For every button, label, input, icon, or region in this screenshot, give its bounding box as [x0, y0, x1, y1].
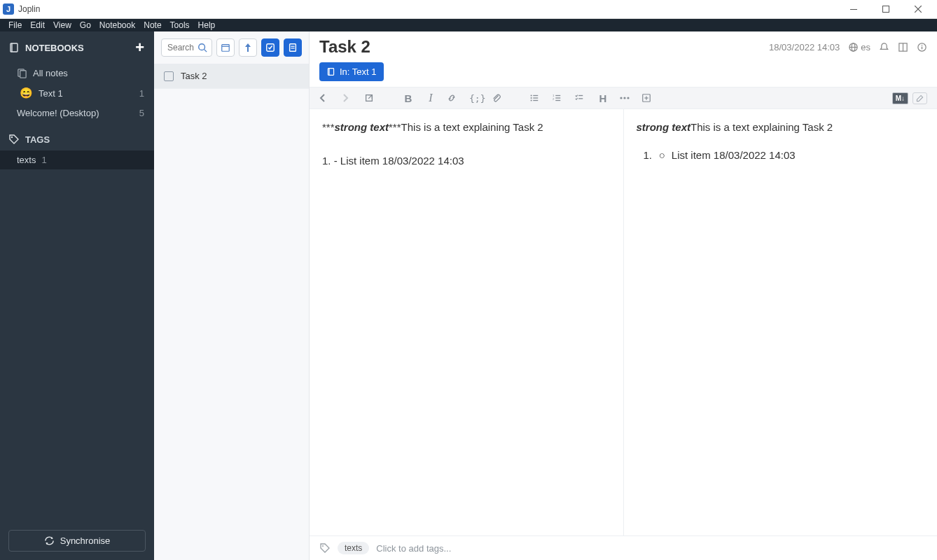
- raw-body: This is a text explaining Task 2: [401, 121, 543, 133]
- richtext-toggle-button[interactable]: [912, 92, 927, 104]
- window-title: Joplin: [18, 4, 40, 14]
- tag-bar: texts Click to add tags...: [310, 536, 937, 560]
- synchronise-button[interactable]: Synchronise: [8, 530, 146, 552]
- notebooks-header: NOTEBOOKS +: [0, 31, 154, 64]
- tags-header: TAGS: [0, 128, 154, 150]
- all-notes-icon: [17, 68, 27, 78]
- svg-point-28: [531, 99, 532, 101]
- menu-notebook[interactable]: Notebook: [95, 20, 139, 31]
- checkbox-icon: [265, 43, 275, 52]
- spellcheck-lang: es: [861, 42, 870, 52]
- link-button[interactable]: [447, 93, 459, 103]
- notebook-item-text1[interactable]: 😄 Text 1 1: [0, 83, 154, 104]
- menu-file[interactable]: File: [4, 20, 26, 31]
- tag-count: 1: [41, 155, 46, 165]
- all-notes-label: All notes: [33, 68, 68, 78]
- pencil-icon: [915, 94, 924, 103]
- menu-view[interactable]: View: [49, 20, 76, 31]
- menu-tools[interactable]: Tools: [166, 20, 194, 31]
- dots-icon: [619, 96, 630, 100]
- note-timestamp: 18/03/2022 14:03: [769, 42, 840, 52]
- notebook-name: Welcome! (Desktop): [17, 108, 99, 118]
- maximize-button[interactable]: [870, 0, 902, 19]
- arrow-up-icon: [244, 43, 251, 52]
- svg-point-27: [531, 97, 532, 99]
- tag-pill[interactable]: texts: [338, 542, 369, 554]
- note-title-input[interactable]: [319, 37, 763, 57]
- external-editor-button[interactable]: [364, 93, 377, 103]
- search-icon: [197, 43, 207, 52]
- bullet-list-button[interactable]: [529, 93, 542, 103]
- insert-time-button[interactable]: [641, 93, 654, 103]
- minimize-icon: [850, 9, 857, 10]
- todo-checkbox[interactable]: [164, 71, 174, 81]
- note-icon: [288, 43, 298, 52]
- raw-suffix: ***: [389, 121, 401, 133]
- search-wrap[interactable]: [161, 38, 212, 57]
- notebooks-label: NOTEBOOKS: [25, 43, 84, 53]
- link-icon: [447, 93, 457, 103]
- menu-go[interactable]: Go: [76, 20, 95, 31]
- svg-point-26: [531, 94, 532, 96]
- bold-button[interactable]: B: [402, 92, 415, 104]
- spellcheck-button[interactable]: es: [848, 42, 870, 52]
- svg-text:2: 2: [553, 97, 555, 101]
- menu-note[interactable]: Note: [139, 20, 165, 31]
- markdown-toggle-button[interactable]: M↓: [892, 92, 908, 104]
- minimize-button[interactable]: [838, 0, 870, 19]
- menu-edit[interactable]: Edit: [26, 20, 49, 31]
- preview-nested-bullet: ○: [659, 147, 669, 164]
- new-note-button[interactable]: [284, 38, 302, 57]
- notebook-breadcrumb-button[interactable]: In: Text 1: [319, 62, 384, 81]
- tag-icon: [8, 134, 20, 145]
- note-list-title: Task 2: [181, 71, 207, 81]
- sort-direction-button[interactable]: [239, 38, 257, 57]
- bullet-list-icon: [529, 93, 539, 103]
- attachment-button[interactable]: [492, 93, 504, 103]
- sort-date-button[interactable]: [216, 38, 235, 57]
- alarm-button[interactable]: [879, 42, 889, 52]
- maximize-icon: [882, 6, 889, 13]
- svg-point-45: [322, 545, 324, 547]
- svg-point-39: [620, 97, 622, 99]
- numbered-list-icon: 12: [552, 93, 562, 103]
- svg-point-40: [623, 97, 625, 99]
- note-info-button[interactable]: [917, 42, 927, 52]
- preview-bold: strong text: [637, 121, 691, 133]
- globe-icon: [848, 42, 859, 52]
- editor-pane: 18/03/2022 14:03 es: [310, 31, 937, 560]
- bell-icon: [879, 42, 889, 52]
- all-notes-item[interactable]: All notes: [0, 64, 154, 83]
- markdown-editor[interactable]: ***strong text***This is a text explaini…: [310, 109, 624, 536]
- preview-list-number: 1.: [644, 147, 656, 164]
- notebook-name: Text 1: [39, 88, 63, 99]
- preview-list-text: List item 18/03/2022 14:03: [672, 149, 796, 161]
- svg-rect-5: [20, 71, 26, 78]
- tag-item-texts[interactable]: texts 1: [0, 150, 154, 169]
- preview-body: This is a text explaining Task 2: [690, 121, 833, 133]
- notebook-icon: [8, 42, 20, 53]
- new-todo-button[interactable]: [261, 38, 279, 57]
- svg-point-41: [627, 97, 629, 99]
- more-actions-button[interactable]: [619, 96, 632, 100]
- close-button[interactable]: [902, 0, 934, 19]
- add-tags-placeholder[interactable]: Click to add tags...: [376, 543, 451, 554]
- checklist-button[interactable]: [574, 93, 587, 103]
- heading-button[interactable]: H: [597, 92, 609, 104]
- app-logo: J: [3, 4, 14, 15]
- add-notebook-button[interactable]: +: [135, 38, 144, 57]
- layout-toggle-button[interactable]: [898, 42, 908, 52]
- raw-bold: strong text: [335, 121, 389, 133]
- nav-back-button[interactable]: [319, 94, 332, 102]
- notebook-small-icon: [326, 67, 335, 76]
- nav-forward-button[interactable]: [342, 94, 354, 102]
- menu-help[interactable]: Help: [194, 20, 220, 31]
- sync-icon: [44, 536, 55, 546]
- svg-point-21: [922, 44, 923, 46]
- numbered-list-button[interactable]: 12: [552, 93, 564, 103]
- notebook-item-welcome[interactable]: Welcome! (Desktop) 5: [0, 104, 154, 122]
- italic-button[interactable]: I: [424, 92, 437, 104]
- tag-bar-icon: [319, 542, 331, 554]
- note-list-item[interactable]: Task 2: [154, 64, 309, 89]
- code-button[interactable]: {;}: [469, 93, 482, 104]
